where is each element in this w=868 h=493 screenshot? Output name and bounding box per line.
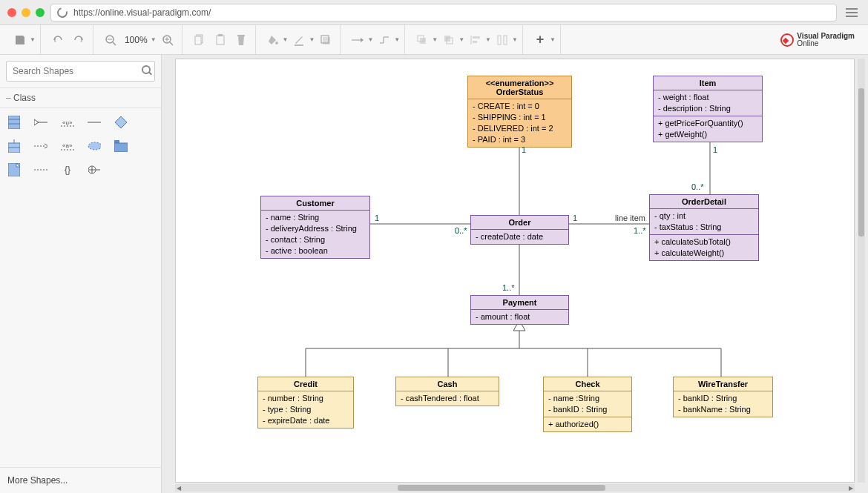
dependency-icon[interactable] [34,139,47,153]
address-bar[interactable]: https://online.visual-paradigm.com/ [50,4,837,21]
containment-icon[interactable] [88,163,101,176]
class-credit[interactable]: Credit - number : String- type : String-… [257,377,354,429]
svg-point-38 [88,142,101,150]
search-icon [142,65,151,74]
waypoint-button[interactable] [375,30,394,50]
menu-icon[interactable] [843,5,861,20]
interface-icon[interactable] [7,139,21,153]
browser-chrome: https://online.visual-paradigm.com/ [0,0,868,25]
svg-rect-9 [217,36,224,44]
aggregation-icon[interactable] [114,116,128,129]
mult: 1 [522,145,526,154]
svg-rect-40 [114,143,128,152]
class-panel-header[interactable]: Class [0,87,161,108]
svg-text:«a»: «a» [62,142,73,149]
class-order[interactable]: Order - createDate : date [470,215,569,245]
mult: 1 [713,145,717,154]
abstraction-icon[interactable]: «a» [61,139,74,153]
window-controls [7,8,45,17]
maximize-window-icon[interactable] [36,8,45,17]
connector-style-button[interactable] [348,30,367,50]
distribute-button[interactable] [493,30,512,50]
add-button[interactable]: + [530,30,550,50]
svg-rect-18 [444,36,450,42]
svg-rect-21 [473,36,480,39]
assoc-name: line item [615,214,645,222]
mult: 1 [573,214,577,222]
reload-icon[interactable] [55,5,69,19]
toolbar: ▼ 100%▼ ▼ ▼ ▼ ▼ ▼ ▼ ▼ ▼ +▼ Visual Paradi… [0,25,868,55]
search-shapes-input[interactable] [6,61,155,82]
fill-button[interactable] [263,30,283,50]
to-back-button[interactable] [439,30,458,50]
collaboration-icon[interactable] [88,139,101,153]
class-shape-icon[interactable] [7,116,21,129]
mult: 1 [375,214,379,222]
to-front-button[interactable] [412,30,432,50]
svg-rect-22 [473,41,477,43]
svg-rect-10 [218,34,223,36]
usage-icon[interactable]: «u» [61,116,74,129]
constraint-icon[interactable]: {} [61,163,74,176]
class-wiretransfer[interactable]: WireTransfer - bankID : String- bankName… [673,377,773,417]
shadow-button[interactable] [316,30,335,50]
attrs: - CREATE : int = 0- SHIPPING : int = 1- … [468,99,571,147]
generalization-icon[interactable] [34,116,47,129]
svg-rect-16 [420,38,426,44]
class-orderdetail[interactable]: OrderDetail - qty : int- taxStatus : Str… [649,194,759,261]
svg-rect-8 [195,36,201,44]
zoom-in-button[interactable] [158,30,177,50]
vertical-scrollbar[interactable] [858,59,865,483]
class-check[interactable]: Check - name :String- bankID : String + … [543,377,632,432]
paste-button[interactable] [211,30,230,50]
zoom-out-button[interactable] [101,30,120,50]
model-icon[interactable] [7,163,21,176]
save-button[interactable] [10,30,30,50]
horizontal-scrollbar[interactable]: ◀ ▶ [175,484,855,492]
class-orderstatus[interactable]: <<enumeration>>OrderStatus - CREATE : in… [467,76,572,148]
url-text: https://online.visual-paradigm.com/ [73,7,211,18]
align-button[interactable] [466,30,485,50]
svg-line-1 [113,42,116,45]
copy-button[interactable] [190,30,209,50]
realization-icon[interactable] [34,163,47,176]
mult: 1..* [502,283,515,292]
more-shapes-button[interactable]: More Shapes... [0,467,161,493]
svg-line-4 [170,42,173,45]
close-window-icon[interactable] [7,8,16,17]
class-item[interactable]: Item - weight : float- description : Str… [653,76,763,142]
stroke-button[interactable] [289,30,309,50]
svg-point-11 [275,42,278,44]
package-icon[interactable] [114,139,128,153]
svg-rect-39 [114,140,119,143]
diagram-canvas[interactable]: <<enumeration>>OrderStatus - CREATE : in… [175,59,855,483]
undo-button[interactable] [48,30,68,50]
mult: 0..* [455,226,467,235]
logo-icon [780,33,794,47]
svg-rect-24 [504,36,507,44]
redo-button[interactable] [69,30,88,50]
svg-rect-23 [498,36,501,44]
mult: 0..* [691,182,704,191]
mult: 1..* [634,226,646,235]
brand-logo[interactable]: Visual ParadigmOnline [780,33,862,47]
shape-palette: «u» «a» {} [0,108,161,184]
svg-rect-12 [295,44,303,46]
canvas-area: <<enumeration>>OrderStatus - CREATE : in… [162,55,868,493]
class-payment[interactable]: Payment - amount : float [470,295,569,325]
shapes-sidebar: Class «u» «a» {} More Shapes... [0,55,162,493]
svg-text:«u»: «u» [62,119,73,126]
zoom-level[interactable]: 100% [122,35,151,45]
minimize-window-icon[interactable] [22,8,30,17]
delete-button[interactable] [231,30,251,50]
class-customer[interactable]: Customer - name : String- deliveryAddres… [260,196,370,259]
class-cash[interactable]: Cash - cashTendered : float [395,377,499,406]
svg-rect-25 [8,116,20,129]
association-icon[interactable] [88,116,101,129]
